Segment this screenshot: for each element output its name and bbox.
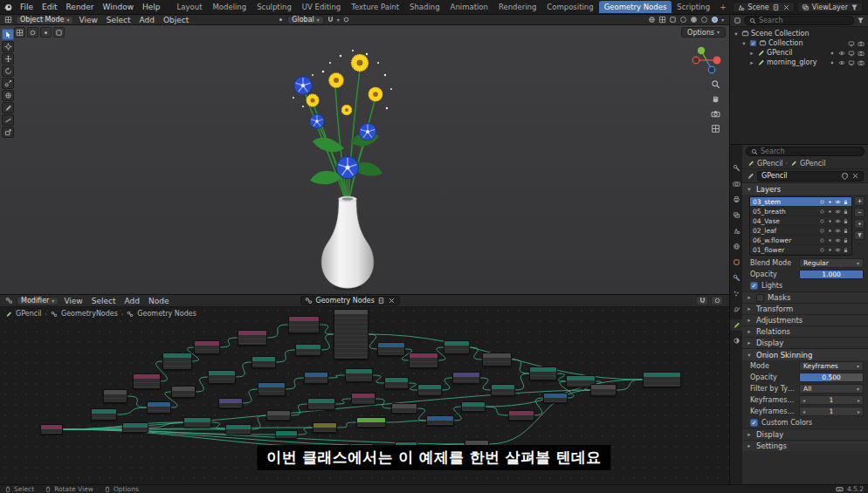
dot-icon[interactable] — [827, 199, 833, 205]
graph-node[interactable] — [482, 353, 512, 366]
add-workspace-button[interactable]: + — [715, 3, 731, 11]
camera-icon[interactable] — [858, 59, 865, 66]
opacity-slider[interactable]: 1.000 — [799, 270, 864, 279]
workspace-tab-shading[interactable]: Shading — [404, 1, 445, 13]
topbar-menu-render[interactable]: Render — [62, 3, 99, 11]
circle-icon[interactable] — [819, 237, 825, 243]
unlink-node-group-icon[interactable] — [388, 297, 396, 305]
graph-node[interactable] — [208, 370, 236, 384]
keyframes-after-stepper[interactable]: ◂1▸ — [799, 407, 864, 416]
lock-icon[interactable] — [843, 247, 849, 253]
material-shading-icon[interactable] — [701, 17, 707, 23]
custom-colors-checkbox[interactable]: ✓ — [750, 419, 758, 427]
screen-icon[interactable] — [848, 40, 855, 47]
outliner-row-morning-glory[interactable]: ▸morning_glory — [730, 58, 868, 67]
lights-checkbox[interactable]: ✓ — [750, 282, 758, 290]
viewport-corner-icon[interactable] — [53, 27, 65, 38]
graph-node[interactable] — [409, 353, 438, 368]
transform-section[interactable]: ▸Transform — [742, 303, 868, 314]
viewport-corner-icon[interactable] — [40, 27, 52, 38]
orientation-dropdown[interactable]: Global▾ — [287, 16, 324, 24]
copy-node-group-icon[interactable] — [377, 297, 385, 305]
graph-node[interactable] — [251, 356, 276, 368]
eye-icon[interactable] — [838, 50, 845, 57]
eye-icon[interactable] — [835, 247, 841, 253]
lock-icon[interactable] — [843, 228, 849, 234]
properties-tab-material[interactable] — [730, 335, 742, 346]
graph-node[interactable] — [356, 417, 386, 428]
snap-magnet-icon[interactable] — [327, 16, 334, 24]
graph-node[interactable] — [307, 398, 335, 410]
tree-type-dropdown[interactable]: Modifier▾ — [17, 297, 59, 305]
workspace-tab-texture-paint[interactable]: Texture Paint — [346, 1, 404, 13]
properties-search-input[interactable] — [761, 147, 859, 155]
layer-row-01-flower[interactable]: 01_flower — [750, 245, 851, 255]
breadcrumb-item[interactable]: GeometryNodes — [61, 310, 118, 318]
unlink-scene-icon[interactable] — [782, 3, 790, 11]
graph-node[interactable] — [377, 342, 405, 356]
graph-node[interactable] — [384, 377, 409, 389]
annotate-tool[interactable] — [2, 102, 14, 113]
graph-node[interactable] — [171, 386, 196, 398]
eye-icon[interactable] — [838, 59, 845, 66]
graph-node[interactable] — [147, 401, 171, 414]
graph-node[interactable] — [295, 344, 321, 356]
outliner-search[interactable] — [744, 16, 854, 25]
circle-icon[interactable] — [819, 218, 825, 224]
viewport-menu-view[interactable]: View — [74, 16, 101, 24]
properties-tab-output[interactable] — [730, 194, 742, 205]
workspace-tab-uv-editing[interactable]: UV Editing — [297, 1, 346, 13]
properties-tab-particles[interactable] — [730, 288, 742, 299]
properties-tab-scene[interactable] — [730, 225, 742, 236]
graph-node[interactable] — [275, 430, 298, 439]
keyframes-be-stepper[interactable]: ◂1▸ — [799, 395, 864, 405]
new-scene-icon[interactable] — [772, 3, 780, 11]
viewlayer-filter-icon[interactable] — [851, 3, 858, 11]
disclosure-icon[interactable]: ▾ — [741, 40, 747, 47]
layer-row-02-leaf[interactable]: 02_leaf — [750, 226, 851, 236]
properties-tab-modifiers[interactable] — [730, 272, 742, 284]
collection-checkbox[interactable]: ✓ — [750, 40, 756, 46]
workspace-tab-compositing[interactable]: Compositing — [541, 1, 598, 13]
workspace-tab-scripting[interactable]: Scripting — [672, 1, 715, 13]
dot-icon[interactable] — [827, 228, 833, 234]
graph-node[interactable] — [543, 393, 568, 403]
layer-specials-button[interactable] — [854, 219, 865, 229]
graph-node[interactable] — [444, 340, 470, 354]
workspace-tab-rendering[interactable]: Rendering — [493, 1, 541, 13]
navigation-gizmo[interactable] — [689, 43, 724, 78]
outliner-filter-icon[interactable] — [857, 17, 865, 24]
filter-by-type-dropdown[interactable]: All▾ — [799, 384, 864, 394]
datablock-name-field[interactable]: GPencil — [757, 171, 864, 181]
mode-dropdown[interactable]: Object Mode▾ — [16, 16, 73, 24]
circle-icon[interactable] — [819, 247, 825, 253]
lock-icon[interactable] — [843, 218, 849, 224]
dot-icon[interactable] — [827, 209, 833, 215]
node-menu-add[interactable]: Add — [121, 297, 144, 305]
node-editor-type-button[interactable] — [3, 297, 16, 305]
overlays-toggle-icon[interactable] — [658, 16, 666, 24]
layer-row-06-w-flower[interactable]: 06_w.flower — [750, 236, 851, 245]
masks-section[interactable]: ▸Masks — [742, 291, 868, 303]
graph-node[interactable] — [590, 384, 617, 396]
blender-logo-icon[interactable] — [0, 2, 16, 12]
graph-node[interactable] — [266, 410, 291, 421]
properties-tab-world[interactable] — [730, 241, 742, 252]
graph-node[interactable] — [258, 382, 286, 396]
scale-tool[interactable] — [2, 78, 14, 89]
properties-search[interactable] — [746, 147, 865, 156]
layer-filter-button[interactable] — [854, 230, 865, 240]
circle-icon[interactable] — [819, 199, 825, 205]
viewport-3d[interactable]: Options▾ — [0, 25, 729, 294]
viewlayer-selector[interactable]: ViewLayer — [797, 2, 863, 12]
lock-icon[interactable] — [843, 209, 849, 215]
proportional-edit-icon[interactable] — [342, 16, 350, 24]
eye-icon[interactable] — [835, 228, 841, 234]
camera-icon[interactable] — [858, 50, 865, 57]
move-tool[interactable] — [2, 53, 14, 65]
breadcrumb-item[interactable]: Geometry Nodes — [137, 310, 196, 318]
camera-view-icon[interactable] — [711, 109, 720, 119]
outliner-row-scene-collection[interactable]: ▾Scene Collection — [730, 29, 868, 38]
disclosure-icon[interactable]: ▸ — [748, 50, 755, 57]
remove-layer-button[interactable] — [854, 208, 865, 217]
